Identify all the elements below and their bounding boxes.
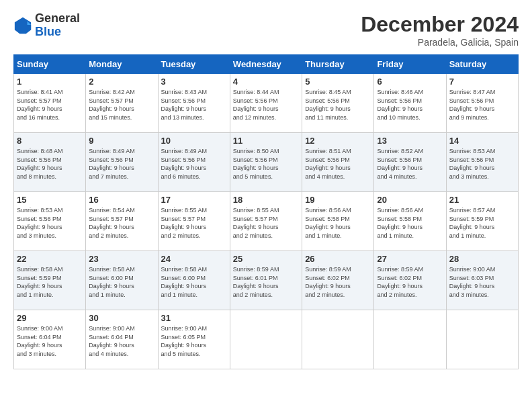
calendar-cell: 11Sunrise: 8:50 AM Sunset: 5:56 PM Dayli… (230, 133, 302, 192)
day-details: Sunrise: 8:59 AM Sunset: 6:02 PM Dayligh… (377, 266, 423, 298)
day-number: 5 (305, 77, 371, 87)
day-number: 12 (305, 136, 371, 146)
calendar-cell: 26Sunrise: 8:59 AM Sunset: 6:02 PM Dayli… (302, 251, 374, 310)
svg-marker-2 (28, 25, 32, 30)
weekday-header-wednesday: Wednesday (230, 55, 302, 74)
day-number: 7 (449, 77, 515, 87)
calendar-week-row: 29Sunrise: 9:00 AM Sunset: 6:04 PM Dayli… (14, 310, 519, 369)
header: General Blue December 2024 Paradela, Gal… (13, 12, 519, 48)
calendar-cell: 12Sunrise: 8:51 AM Sunset: 5:56 PM Dayli… (302, 133, 374, 192)
day-details: Sunrise: 8:46 AM Sunset: 5:56 PM Dayligh… (377, 89, 423, 121)
calendar-cell: 6Sunrise: 8:46 AM Sunset: 5:56 PM Daylig… (374, 74, 446, 133)
day-details: Sunrise: 8:56 AM Sunset: 5:58 PM Dayligh… (377, 207, 423, 239)
day-number: 3 (161, 77, 227, 87)
day-details: Sunrise: 8:43 AM Sunset: 5:56 PM Dayligh… (161, 89, 208, 121)
calendar-cell: 10Sunrise: 8:49 AM Sunset: 5:56 PM Dayli… (158, 133, 230, 192)
day-details: Sunrise: 8:50 AM Sunset: 5:56 PM Dayligh… (233, 148, 279, 180)
calendar-cell: 1Sunrise: 8:41 AM Sunset: 5:57 PM Daylig… (14, 74, 86, 133)
calendar-week-row: 22Sunrise: 8:58 AM Sunset: 5:59 PM Dayli… (14, 251, 519, 310)
day-details: Sunrise: 9:00 AM Sunset: 6:04 PM Dayligh… (17, 325, 63, 357)
day-number: 18 (233, 195, 299, 205)
calendar-cell: 13Sunrise: 8:52 AM Sunset: 5:56 PM Dayli… (374, 133, 446, 192)
calendar-cell (302, 310, 374, 369)
day-details: Sunrise: 8:47 AM Sunset: 5:56 PM Dayligh… (449, 89, 496, 121)
day-details: Sunrise: 8:45 AM Sunset: 5:56 PM Dayligh… (305, 89, 351, 121)
day-number: 13 (377, 136, 443, 146)
calendar-cell: 4Sunrise: 8:44 AM Sunset: 5:56 PM Daylig… (230, 74, 302, 133)
day-number: 20 (377, 195, 443, 205)
logo-blue: Blue (35, 26, 80, 39)
day-details: Sunrise: 8:41 AM Sunset: 5:57 PM Dayligh… (17, 89, 63, 121)
day-details: Sunrise: 8:58 AM Sunset: 6:00 PM Dayligh… (89, 266, 135, 298)
weekday-header-friday: Friday (374, 55, 446, 74)
calendar-week-row: 1Sunrise: 8:41 AM Sunset: 5:57 PM Daylig… (14, 74, 519, 133)
day-number: 2 (89, 77, 154, 87)
calendar-cell: 14Sunrise: 8:53 AM Sunset: 5:56 PM Dayli… (446, 133, 518, 192)
calendar-cell: 21Sunrise: 8:57 AM Sunset: 5:59 PM Dayli… (446, 192, 518, 251)
day-number: 10 (161, 136, 227, 146)
title-block: December 2024 Paradela, Galicia, Spain (361, 12, 519, 48)
calendar-cell: 30Sunrise: 9:00 AM Sunset: 6:04 PM Dayli… (86, 310, 158, 369)
day-number: 28 (449, 254, 515, 264)
day-number: 9 (89, 136, 154, 146)
day-number: 29 (17, 313, 83, 323)
weekday-header-sunday: Sunday (14, 55, 86, 74)
calendar-cell: 25Sunrise: 8:59 AM Sunset: 6:01 PM Dayli… (230, 251, 302, 310)
logo-text: General Blue (35, 12, 80, 39)
day-details: Sunrise: 8:53 AM Sunset: 5:56 PM Dayligh… (17, 207, 63, 239)
location: Paradela, Galicia, Spain (361, 37, 519, 48)
day-number: 8 (17, 136, 83, 146)
calendar-cell: 31Sunrise: 9:00 AM Sunset: 6:05 PM Dayli… (158, 310, 230, 369)
calendar-cell: 15Sunrise: 8:53 AM Sunset: 5:56 PM Dayli… (14, 192, 86, 251)
day-number: 24 (161, 254, 227, 264)
day-details: Sunrise: 8:49 AM Sunset: 5:56 PM Dayligh… (161, 148, 208, 180)
calendar-cell: 17Sunrise: 8:55 AM Sunset: 5:57 PM Dayli… (158, 192, 230, 251)
day-number: 6 (377, 77, 443, 87)
calendar-cell: 8Sunrise: 8:48 AM Sunset: 5:56 PM Daylig… (14, 133, 86, 192)
day-details: Sunrise: 8:59 AM Sunset: 6:01 PM Dayligh… (233, 266, 279, 298)
day-number: 30 (89, 313, 154, 323)
weekday-header-saturday: Saturday (446, 55, 518, 74)
day-details: Sunrise: 8:49 AM Sunset: 5:56 PM Dayligh… (89, 148, 135, 180)
calendar-cell: 22Sunrise: 8:58 AM Sunset: 5:59 PM Dayli… (14, 251, 86, 310)
day-number: 26 (305, 254, 371, 264)
calendar-cell: 3Sunrise: 8:43 AM Sunset: 5:56 PM Daylig… (158, 74, 230, 133)
logo-general: General (35, 12, 80, 26)
day-details: Sunrise: 8:48 AM Sunset: 5:56 PM Dayligh… (17, 148, 63, 180)
day-details: Sunrise: 8:57 AM Sunset: 5:59 PM Dayligh… (449, 207, 496, 239)
day-details: Sunrise: 8:55 AM Sunset: 5:57 PM Dayligh… (233, 207, 279, 239)
day-details: Sunrise: 8:58 AM Sunset: 5:59 PM Dayligh… (17, 266, 63, 298)
day-number: 19 (305, 195, 371, 205)
day-number: 1 (17, 77, 83, 87)
calendar-cell: 9Sunrise: 8:49 AM Sunset: 5:56 PM Daylig… (86, 133, 158, 192)
day-number: 27 (377, 254, 443, 264)
day-details: Sunrise: 9:00 AM Sunset: 6:05 PM Dayligh… (161, 325, 208, 357)
day-number: 17 (161, 195, 227, 205)
day-number: 31 (161, 313, 227, 323)
day-number: 4 (233, 77, 299, 87)
month-title: December 2024 (361, 12, 519, 37)
day-details: Sunrise: 8:53 AM Sunset: 5:56 PM Dayligh… (449, 148, 496, 180)
weekday-header-row: SundayMondayTuesdayWednesdayThursdayFrid… (14, 55, 519, 74)
day-details: Sunrise: 8:58 AM Sunset: 6:00 PM Dayligh… (161, 266, 208, 298)
day-details: Sunrise: 8:54 AM Sunset: 5:57 PM Dayligh… (89, 207, 135, 239)
main-container: General Blue December 2024 Paradela, Gal… (0, 0, 532, 376)
calendar-cell: 16Sunrise: 8:54 AM Sunset: 5:57 PM Dayli… (86, 192, 158, 251)
calendar-cell: 7Sunrise: 8:47 AM Sunset: 5:56 PM Daylig… (446, 74, 518, 133)
weekday-header-tuesday: Tuesday (158, 55, 230, 74)
day-number: 14 (449, 136, 515, 146)
logo: General Blue (13, 12, 80, 39)
calendar-body: 1Sunrise: 8:41 AM Sunset: 5:57 PM Daylig… (14, 74, 519, 369)
logo-icon (13, 16, 32, 35)
day-number: 15 (17, 195, 83, 205)
calendar-cell: 2Sunrise: 8:42 AM Sunset: 5:57 PM Daylig… (86, 74, 158, 133)
weekday-header-monday: Monday (86, 55, 158, 74)
calendar-table: SundayMondayTuesdayWednesdayThursdayFrid… (13, 54, 519, 369)
calendar-cell (374, 310, 446, 369)
day-details: Sunrise: 8:56 AM Sunset: 5:58 PM Dayligh… (305, 207, 351, 239)
day-number: 22 (17, 254, 83, 264)
day-details: Sunrise: 8:42 AM Sunset: 5:57 PM Dayligh… (89, 89, 135, 121)
day-number: 21 (449, 195, 515, 205)
day-number: 16 (89, 195, 154, 205)
weekday-header-thursday: Thursday (302, 55, 374, 74)
